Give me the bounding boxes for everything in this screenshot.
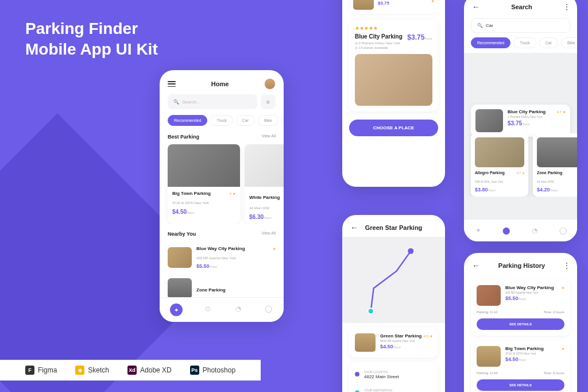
chip-truck[interactable]: Truck bbox=[513, 37, 536, 48]
screen-title: Green Star Parking bbox=[365, 224, 423, 231]
map-view[interactable] bbox=[342, 237, 445, 323]
back-icon[interactable]: ← bbox=[350, 223, 358, 232]
nav-bell-icon[interactable]: ◔ bbox=[529, 225, 540, 236]
parking-price: $3.75/hour bbox=[508, 120, 566, 126]
parking-image bbox=[475, 137, 524, 167]
search-input[interactable]: 🔍Car bbox=[471, 18, 570, 33]
parking-price: $5.50/hour bbox=[505, 295, 564, 301]
parking-card[interactable]: Allegro Parking4.7 ★ 538 W 25th, New Yor… bbox=[471, 133, 528, 197]
parking-image bbox=[245, 144, 284, 187]
view-all-link[interactable]: View All bbox=[262, 134, 276, 140]
parking-image bbox=[353, 0, 374, 10]
nav-bell-icon[interactable]: ◔ bbox=[233, 303, 243, 314]
more-icon[interactable]: ⋮ bbox=[563, 3, 569, 11]
tool-ps: PsPhotoshop bbox=[190, 366, 235, 375]
filter-button[interactable]: ≡ bbox=[261, 94, 276, 109]
peek-card[interactable]: Blue City Parking 2 Rowans Kittery New Y… bbox=[349, 0, 438, 14]
rating-badge: 4.5 ★ bbox=[424, 333, 432, 339]
detail-card: ★★★★★ Blue City Parking ◎ 2 Rowans Kitte… bbox=[349, 20, 438, 112]
star-icon: ★ bbox=[562, 346, 564, 351]
parking-image bbox=[475, 109, 503, 132]
nav-location-icon[interactable]: ⬤ bbox=[501, 225, 512, 236]
parking-address: 428 RR Apache New York bbox=[505, 291, 564, 294]
screen-title: Home bbox=[211, 80, 229, 87]
parking-card[interactable]: Zone Parking4 ★ 44 Main W32 $4.20/hour bbox=[533, 133, 577, 197]
parking-address: 3718 W 25TH New York bbox=[172, 201, 209, 205]
parking-price: $4.50/hour bbox=[172, 209, 235, 215]
location-value: 4822 Main Street bbox=[364, 374, 399, 379]
parking-address: ◎ 2 Rowans Kittery New York bbox=[355, 41, 403, 45]
chip-car[interactable]: Car bbox=[236, 115, 255, 126]
back-icon[interactable]: ← bbox=[472, 2, 480, 11]
parking-name: Zone Parking bbox=[196, 287, 226, 293]
parking-address: 2 Rowans Kittery New York bbox=[508, 115, 566, 118]
parking-slot: Parking: D-10 bbox=[477, 310, 498, 314]
chip-recommended[interactable]: Recommended bbox=[471, 37, 510, 48]
nav-profile-icon[interactable]: ◯ bbox=[264, 303, 274, 314]
map-result-card[interactable]: Blue City Parking4.7 ★ 2 Rowans Kittery … bbox=[471, 105, 570, 137]
parking-slot: Parking: D-04 bbox=[477, 371, 498, 375]
view-all-link[interactable]: View All bbox=[262, 231, 276, 237]
parking-name: White Parking bbox=[249, 195, 280, 200]
parking-price: $4.50/hour bbox=[380, 344, 432, 349]
nav-explore-icon[interactable]: ✦ bbox=[473, 225, 483, 236]
tool-figma: FFigma bbox=[25, 366, 57, 375]
avatar[interactable] bbox=[264, 78, 276, 90]
parking-price: $4.50/hour bbox=[505, 356, 564, 362]
parking-address: 428 RR Apache New York bbox=[196, 256, 236, 260]
phone-search: ← Search ⋮ 🔍Car Recommended Truck Car Bi… bbox=[464, 0, 577, 241]
nav-location-icon[interactable]: ⊙ bbox=[203, 303, 213, 314]
parking-price: $3.75 bbox=[378, 1, 427, 6]
tool-sketch: ◆Sketch bbox=[75, 366, 109, 375]
search-input[interactable]: 🔍Search... bbox=[168, 94, 257, 109]
chip-truck[interactable]: Truck bbox=[210, 115, 233, 126]
parking-price: $3.80/hour bbox=[475, 187, 524, 193]
parking-image bbox=[168, 247, 192, 268]
parking-name: Big Town Parking bbox=[172, 191, 211, 196]
star-icon: ★ bbox=[431, 0, 434, 10]
parking-address: 44 Main W32 bbox=[537, 180, 554, 183]
more-icon[interactable]: ⋮ bbox=[563, 262, 569, 270]
parking-price: $5.50/hour bbox=[196, 263, 276, 269]
chip-car[interactable]: Car bbox=[539, 37, 558, 48]
see-details-button[interactable]: SEE DETAILS bbox=[477, 379, 564, 391]
parking-price: $4.20/hour bbox=[537, 187, 577, 193]
history-card: Big Town Parking★ 3718 W 25TH New York $… bbox=[471, 340, 570, 392]
tools-bar: FFigma ◆Sketch XdAdobe XD PsPhotoshop bbox=[0, 360, 261, 381]
parking-name: Allegro Parking bbox=[475, 171, 505, 175]
chip-bike[interactable]: Bike bbox=[561, 37, 577, 48]
chip-recommended[interactable]: Recommended bbox=[168, 115, 207, 126]
svg-point-0 bbox=[408, 248, 413, 254]
parking-address: 44 Main W32 bbox=[249, 206, 269, 210]
see-details-button[interactable]: SEE DETAILS bbox=[477, 318, 564, 330]
tool-xd: XdAdobe XD bbox=[127, 366, 172, 375]
parking-name: Blue City Parking bbox=[355, 33, 403, 40]
choose-place-button[interactable]: CHOOSE A PLACE bbox=[349, 120, 438, 136]
menu-icon[interactable] bbox=[168, 81, 176, 87]
parking-address: 3718 W 25TH New York bbox=[505, 352, 564, 355]
parking-image bbox=[537, 137, 577, 167]
parking-time: Time: 6 hours bbox=[544, 371, 564, 375]
screen-title: Parking History bbox=[498, 262, 545, 269]
history-card: Blue Way City Parking★ 428 RR Apache New… bbox=[471, 279, 570, 336]
parking-address: 538 W 25th, New York bbox=[475, 180, 503, 183]
parking-card[interactable]: Big Town Parking4 ★ 3718 W 25TH New York… bbox=[168, 144, 240, 224]
star-icon: ★ bbox=[562, 285, 564, 290]
screen-title: Search bbox=[511, 3, 532, 10]
bottom-nav: ✦ ⬤ ◔ ◯ bbox=[464, 219, 577, 241]
map-view[interactable]: Blue City Parking4.7 ★ 2 Rowans Kittery … bbox=[464, 53, 577, 220]
rating-badge: 4.7 ★ bbox=[557, 109, 566, 114]
chip-bicy[interactable]: Bicy bbox=[281, 115, 284, 126]
nav-profile-icon[interactable]: ◯ bbox=[558, 225, 568, 236]
origin-dot-icon bbox=[355, 372, 359, 376]
destination-card[interactable]: Green Star Parking4.5 ★ 8643 RR Apache N… bbox=[349, 328, 438, 358]
chip-bike[interactable]: Bike bbox=[258, 115, 278, 126]
parking-image bbox=[168, 144, 240, 187]
nav-explore-icon[interactable]: ✦ bbox=[170, 303, 183, 316]
star-icon: ★ bbox=[273, 246, 276, 251]
phone-detail: Blue City Parking 2 Rowans Kittery New Y… bbox=[342, 0, 445, 187]
list-item[interactable]: Blue Way City Parking★ 428 RR Apache New… bbox=[160, 241, 284, 274]
back-icon[interactable]: ← bbox=[472, 261, 480, 270]
svg-point-1 bbox=[368, 308, 374, 314]
parking-card[interactable]: White Parking 44 Main W32 $6.30/hour bbox=[245, 144, 284, 224]
